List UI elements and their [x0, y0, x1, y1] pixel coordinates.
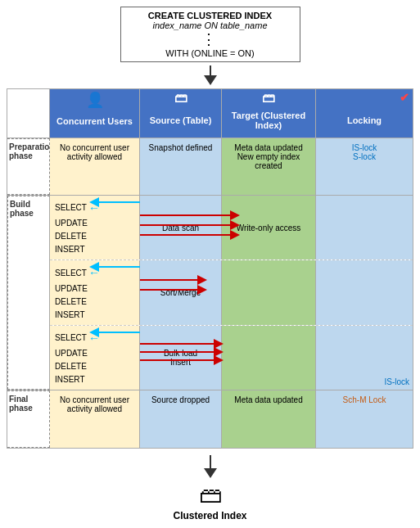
col-header-target: 🗃 Target (Clustered Index) [222, 89, 316, 138]
sql-line3: WITH (ONLINE = ON) [128, 48, 293, 58]
op-delete-3: DELETE [55, 360, 136, 373]
col-header-locking: ✔ Locking [316, 89, 413, 138]
preparation-target: Meta data updated New empty index create… [222, 138, 316, 195]
header-row: 👤 Concurrent Users 🗃 Source (Table) 🗃 Ta… [7, 89, 413, 138]
op-update-1: UPDATE [55, 217, 136, 230]
sql-box: CREATE CLUSTERED INDEX index_name ON tab… [120, 7, 300, 62]
build-source-3: Bulk loadInsert [140, 326, 222, 390]
op-insert-3: INSERT [55, 373, 136, 386]
preparation-phase-row: Preparation phase No concurrent user act… [7, 138, 413, 196]
final-concurrent: No concurrent user activity allowed [50, 390, 140, 448]
blue-arrow-icon-1: ← [88, 199, 100, 217]
build-locking-2 [316, 260, 413, 324]
final-target: Meta data updated [222, 390, 316, 448]
is-lock-label: IS-lock [384, 377, 409, 386]
op-select-2: SELECT ← [55, 264, 136, 282]
sql-line2: index_name ON table_name [128, 20, 293, 30]
target-db-icon: 🗃 [262, 91, 275, 106]
build-sub-row-3: SELECT ← UPDATE DELETE INSERT Bulk loadI… [50, 326, 413, 390]
blue-arrow-icon-2: ← [88, 264, 100, 282]
build-source-2: Sort/Merge [140, 260, 222, 324]
sql-line1: CREATE CLUSTERED INDEX [128, 11, 293, 20]
build-source-1: Data scan [140, 196, 222, 259]
build-target-1: Write-only access [222, 196, 316, 259]
build-sub-rows: SELECT ← UPDATE DELETE INSERT Data scan … [50, 196, 413, 390]
op-select-1: SELECT ← [55, 199, 136, 217]
clustered-index-label: Clustered Index [7, 510, 413, 521]
user-icon: 👤 [86, 91, 104, 109]
final-source: Source dropped [140, 390, 222, 448]
build-concurrent-2: SELECT ← UPDATE DELETE INSERT [50, 260, 140, 324]
col-header-concurrent: 👤 Concurrent Users [50, 89, 140, 138]
final-locking: Sch-M Lock [316, 390, 413, 448]
build-target-2 [222, 260, 316, 324]
build-target-3 [222, 326, 316, 390]
top-arrow [7, 65, 413, 85]
build-sub-row-1: SELECT ← UPDATE DELETE INSERT Data scan … [50, 196, 413, 260]
source-db-icon: 🗃 [174, 91, 187, 106]
preparation-concurrent: No concurrent user activity allowed [50, 138, 140, 195]
diagram: 👤 Concurrent Users 🗃 Source (Table) 🗃 Ta… [7, 88, 413, 449]
clustered-index-icon: 🗃 [7, 481, 413, 508]
blue-arrow-icon-3: ← [88, 329, 100, 347]
final-phase-row: Final phase No concurrent user activity … [7, 390, 413, 448]
build-locking-1 [316, 196, 413, 259]
build-concurrent-1: SELECT ← UPDATE DELETE INSERT [50, 196, 140, 259]
op-update-3: UPDATE [55, 347, 136, 360]
build-locking-3: IS-lock [316, 326, 413, 390]
op-update-2: UPDATE [55, 282, 136, 296]
build-sub-row-2: SELECT ← UPDATE DELETE INSERT Sort/Merge [50, 260, 413, 325]
page: CREATE CLUSTERED INDEX index_name ON tab… [0, 0, 420, 528]
phase-label-spacer [7, 89, 50, 138]
op-delete-1: DELETE [55, 230, 136, 243]
sql-dots: ⋮ [128, 30, 293, 48]
op-delete-2: DELETE [55, 296, 136, 309]
op-select-3: SELECT ← [55, 329, 136, 347]
op-insert-2: INSERT [55, 309, 136, 322]
preparation-locking: IS-lock S-lock [316, 138, 413, 195]
preparation-phase-label: Preparation phase [7, 138, 50, 195]
op-insert-1: INSERT [55, 243, 136, 256]
bottom-arrow [7, 455, 413, 478]
clustered-index: 🗃 Clustered Index [7, 481, 413, 521]
build-phase-row: Build phase SELECT ← UPDATE DELETE [7, 196, 413, 390]
col-header-source: 🗃 Source (Table) [140, 89, 222, 138]
check-icon: ✔ [400, 91, 409, 104]
build-concurrent-3: SELECT ← UPDATE DELETE INSERT [50, 326, 140, 390]
final-phase-label: Final phase [7, 390, 50, 448]
preparation-source: Snapshot defined [140, 138, 222, 195]
build-phase-label: Build phase [7, 196, 50, 390]
